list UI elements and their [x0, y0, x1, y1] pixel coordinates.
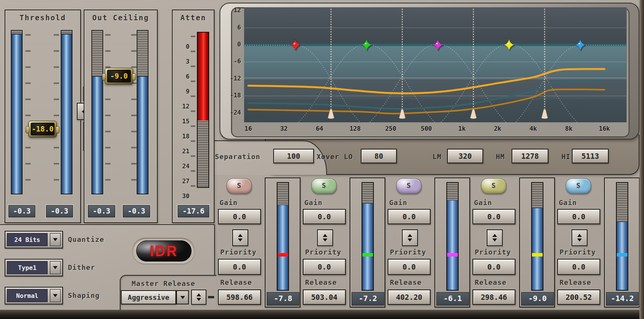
- band1-meter-fill: [277, 205, 288, 290]
- graph-x-tick-label: 32: [274, 125, 294, 132]
- xover-hm-value[interactable]: 1278: [512, 149, 548, 163]
- band3-meter-tube: [446, 182, 459, 291]
- threshold-value-badge[interactable]: -18.0: [28, 121, 57, 137]
- threshold-title: Threshold: [5, 13, 80, 22]
- band2-release-value[interactable]: 503.04: [303, 289, 346, 305]
- atten-scale-label: 27: [182, 178, 190, 185]
- band3-release-value[interactable]: 402.20: [388, 289, 431, 305]
- crossover-pin-handle[interactable]: [399, 109, 406, 119]
- master-release-arrow[interactable]: [176, 290, 188, 304]
- graph-y-tick-label: -6: [234, 58, 241, 65]
- graph-y-tick-label: 12: [234, 7, 241, 14]
- band2-priority-value[interactable]: 0.0: [303, 259, 346, 275]
- out-ceiling-title: Out Ceiling: [84, 13, 157, 22]
- band4-gain-value[interactable]: 0.0: [472, 209, 515, 224]
- ceiling-fader-left[interactable]: [91, 30, 103, 194]
- band4-priority-stepper[interactable]: [487, 229, 503, 246]
- band-marker-star[interactable]: [362, 39, 373, 52]
- band3-solo-button[interactable]: S: [396, 178, 421, 194]
- band5-priority-label: Priority: [560, 248, 596, 256]
- l3-multimaximizer-window: 1260-6-12-18-24 1632641282505001k2k4k8k1…: [0, 0, 644, 319]
- band2-priority-label: Priority: [305, 248, 342, 256]
- band-marker-star[interactable]: [575, 39, 586, 52]
- band1-priority-value[interactable]: 0.0: [218, 259, 261, 275]
- band2-meter: -7.2: [350, 178, 385, 307]
- band5-priority-value[interactable]: 0.0: [557, 259, 600, 275]
- band2-gain-value[interactable]: 0.0: [303, 209, 346, 224]
- graph-canvas[interactable]: [244, 7, 626, 122]
- graph-x-tick-label: 2k: [488, 125, 507, 132]
- band1-priority-stepper[interactable]: [232, 229, 248, 246]
- band2-priority-stepper[interactable]: [317, 229, 333, 246]
- band-marker-star[interactable]: [504, 39, 515, 52]
- band2-release-label: Release: [305, 278, 337, 286]
- master-release-chevron-down-icon[interactable]: [176, 290, 189, 304]
- quantize-chevron-down-icon[interactable]: [50, 233, 61, 246]
- xover-lm-value[interactable]: 320: [447, 149, 483, 163]
- threshold-fader-right[interactable]: [61, 30, 73, 194]
- band1-solo-button[interactable]: S: [226, 178, 252, 194]
- xover-hm-label: HM: [496, 153, 505, 161]
- band1-gain-label: Gain: [220, 199, 238, 207]
- dither-chevron-down-icon[interactable]: [50, 261, 61, 274]
- crossover-pin-handle[interactable]: [470, 109, 477, 119]
- band3-priority-value[interactable]: 0.0: [388, 259, 431, 275]
- band5-solo-button[interactable]: S: [566, 178, 591, 194]
- band4-release-value[interactable]: 298.46: [472, 289, 515, 305]
- graph-x-tick-label: 8k: [559, 125, 578, 132]
- band1-meter: -7.8: [265, 178, 301, 307]
- band4-release-label: Release: [475, 278, 507, 286]
- quantize-label: Quantize: [68, 235, 104, 243]
- band2-priority-marker[interactable]: [362, 253, 373, 257]
- ceiling-meter-left: [92, 76, 102, 194]
- band2-solo-button[interactable]: S: [311, 178, 337, 194]
- band1-gain-value[interactable]: 0.0: [218, 209, 261, 224]
- band5-gain-value[interactable]: 0.0: [557, 209, 600, 224]
- quantize-dropdown[interactable]: 24 Bits: [5, 231, 63, 248]
- band4-meter-tube: [531, 182, 543, 291]
- separation-value[interactable]: 100: [273, 149, 314, 163]
- dither-dropdown[interactable]: Type1: [5, 259, 63, 276]
- xover-lo-label: Xover LO: [317, 153, 353, 161]
- threshold-meter-right: [61, 34, 72, 194]
- ceiling-fader-right[interactable]: [137, 30, 149, 194]
- band3-priority-marker[interactable]: [447, 253, 458, 257]
- band1-release-label: Release: [220, 278, 252, 286]
- threshold-meter-left: [12, 34, 22, 194]
- dither-value: Type1: [7, 261, 48, 274]
- master-release-value[interactable]: Aggressive: [121, 290, 176, 304]
- graph-y-tick-label: -12: [230, 75, 241, 82]
- graph-x-tick-label: 128: [345, 125, 365, 132]
- atten-scale-label: 6: [186, 73, 190, 80]
- out-ceiling-value-badge[interactable]: -9.0: [105, 68, 133, 84]
- band4-solo-button[interactable]: S: [481, 178, 506, 194]
- band3-gain-value[interactable]: 0.0: [388, 209, 431, 224]
- atten-meter-tube: [197, 32, 209, 188]
- band5-priority-stepper[interactable]: [571, 229, 588, 246]
- xover-hi-value[interactable]: 5113: [572, 149, 609, 163]
- graph-x-tick-label: 16: [239, 125, 258, 132]
- stepper-down-icon: [323, 238, 327, 242]
- crossover-pin-handle[interactable]: [542, 109, 548, 119]
- ceiling-readout-left: -0.3: [88, 205, 115, 217]
- band4-priority-value[interactable]: 0.0: [472, 259, 515, 275]
- master-release-stepper[interactable]: [191, 289, 206, 305]
- shaping-chevron-down-icon[interactable]: [50, 289, 61, 302]
- shaping-dropdown[interactable]: Normal: [5, 287, 63, 304]
- band5-meter-readout: -14.2: [606, 292, 639, 306]
- stepper-up-icon: [408, 234, 412, 237]
- stepper-up-icon: [197, 293, 201, 296]
- band1-priority-marker[interactable]: [277, 253, 288, 257]
- atten-scale-label: 15: [182, 118, 190, 125]
- band1-release-value[interactable]: 598.66: [218, 289, 261, 305]
- xover-lo-value[interactable]: 80: [361, 149, 397, 163]
- band5-priority-marker[interactable]: [617, 253, 627, 257]
- band5-release-value[interactable]: 200.52: [557, 289, 600, 305]
- band-marker-star[interactable]: [433, 39, 444, 52]
- atten-scale-label: 3: [186, 58, 190, 65]
- threshold-fader-left[interactable]: [11, 30, 23, 194]
- band-marker-star[interactable]: [291, 39, 302, 52]
- band3-priority-stepper[interactable]: [402, 229, 418, 246]
- mid-spectrum-curve: [248, 81, 604, 109]
- band4-priority-marker[interactable]: [532, 253, 543, 257]
